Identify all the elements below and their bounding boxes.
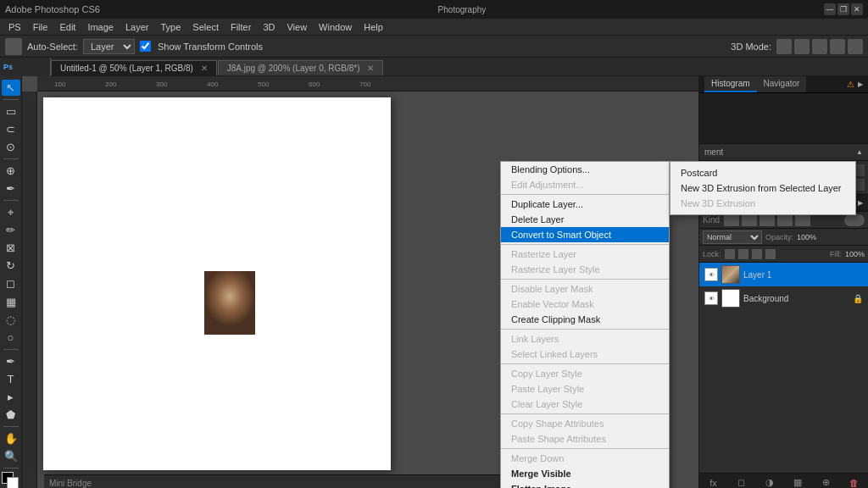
tool-separator-4 — [3, 349, 19, 350]
layer-image — [204, 271, 255, 335]
shape-tool[interactable]: ⬟ — [2, 407, 20, 423]
ctx-sep-6 — [501, 413, 669, 414]
menu-ps[interactable]: PS — [3, 20, 26, 34]
ctx-enable-vector: Enable Vector Mask — [501, 297, 669, 312]
menu-window[interactable]: Window — [314, 20, 357, 34]
ctx-rasterize-style: Rasterize Layer Style — [501, 262, 669, 277]
menu-type[interactable]: Type — [156, 20, 186, 34]
layer1-visibility-eye[interactable]: 👁 — [704, 268, 718, 281]
lasso-tool[interactable]: ⊂ — [2, 121, 20, 137]
3d-roll-btn[interactable] — [794, 39, 810, 54]
tab-histogram[interactable]: Histogram — [704, 76, 757, 92]
tab-j8a[interactable]: J8A.jpg @ 200% (Layer 0, RGB/8*) ✕ — [218, 60, 384, 75]
sub-postcard[interactable]: Postcard — [670, 165, 855, 180]
tab-j8a-close[interactable]: ✕ — [367, 64, 374, 73]
filter-icon-2[interactable] — [742, 214, 757, 226]
filter-icon-5[interactable] — [795, 214, 810, 226]
eyedropper-tool[interactable]: ✒ — [2, 180, 20, 197]
history-brush-tool[interactable]: ↻ — [2, 258, 20, 274]
ctx-convert-smart[interactable]: Convert to Smart Object — [501, 227, 669, 242]
layer-row-layer1[interactable]: 👁 Layer 1 — [699, 263, 868, 286]
brush-tool[interactable]: ✏ — [2, 222, 20, 238]
color-swatch[interactable] — [2, 472, 20, 488]
char-panel-arrow[interactable]: ▲ — [856, 148, 863, 156]
3d-pan-btn[interactable] — [812, 39, 827, 54]
menu-view[interactable]: View — [281, 20, 312, 34]
move-tool[interactable]: ↖ — [2, 80, 20, 96]
tabbar: Ps Untitled-1 @ 50% (Layer 1, RGB/8) ✕ J… — [0, 58, 868, 76]
blur-tool[interactable]: ◌ — [2, 312, 20, 328]
menu-select[interactable]: Select — [187, 20, 224, 34]
maximize-button[interactable]: ❐ — [837, 3, 849, 15]
lock-position-btn[interactable] — [752, 249, 762, 259]
layer-row-background[interactable]: 👁 Background 🔒 — [699, 286, 868, 310]
quickselect-tool[interactable]: ⊙ — [2, 139, 20, 155]
bg-visibility-eye[interactable]: 👁 — [704, 291, 718, 305]
new-group-btn[interactable]: ▦ — [791, 476, 804, 489]
tool-options-icon[interactable] — [5, 38, 22, 55]
minimize-button[interactable]: — — [824, 3, 836, 15]
sub-new3d: New 3D Extrusion — [670, 196, 855, 211]
blend-opacity-row: Normal Opacity: 100% — [699, 229, 868, 246]
delete-layer-btn[interactable]: 🗑 — [847, 476, 860, 489]
menu-file[interactable]: File — [28, 20, 53, 34]
new-adj-btn[interactable]: ◑ — [763, 476, 776, 489]
filter-toggle[interactable] — [844, 214, 865, 226]
ctx-copy-shape: Copy Shape Attributes — [501, 416, 669, 431]
new-layer-btn[interactable]: ⊕ — [819, 476, 832, 489]
filter-icon-3[interactable] — [760, 214, 775, 226]
blend-mode-select[interactable]: Normal — [703, 230, 762, 244]
ctx-merge-visible[interactable]: Merge Visible — [501, 466, 669, 481]
ctx-sep-7 — [501, 448, 669, 449]
eraser-tool[interactable]: ◻ — [2, 275, 20, 291]
menubar: PS File Edit Image Layer Type Select Fil… — [0, 19, 868, 36]
menu-image[interactable]: Image — [82, 20, 119, 34]
menu-3d[interactable]: 3D — [258, 20, 280, 34]
pen-tool[interactable]: ✒ — [2, 353, 20, 369]
ctx-sep-2 — [501, 244, 669, 245]
tab-untitled-close[interactable]: ✕ — [201, 64, 208, 73]
hand-tool[interactable]: ✋ — [2, 430, 20, 446]
add-fx-btn[interactable]: fx — [707, 476, 721, 489]
dodge-tool[interactable]: ○ — [2, 330, 20, 346]
zoom-tool[interactable]: 🔍 — [2, 448, 20, 464]
clone-tool[interactable]: ⊠ — [2, 240, 20, 256]
marquee-tool[interactable]: ▭ — [2, 103, 20, 119]
add-mask-btn[interactable]: ◻ — [735, 476, 748, 489]
tab-navigator[interactable]: Navigator — [757, 76, 807, 92]
ctx-flatten[interactable]: Flatten Image — [501, 481, 669, 488]
close-button[interactable]: ✕ — [851, 3, 863, 15]
spot-heal-tool[interactable]: ⌖ — [2, 204, 20, 220]
menu-help[interactable]: Help — [359, 20, 388, 34]
crop-tool[interactable]: ⊕ — [2, 163, 20, 179]
ctx-duplicate-layer[interactable]: Duplicate Layer... — [501, 197, 669, 212]
layers-collapse[interactable]: ▶ — [858, 199, 863, 207]
ps-icon: Ps — [3, 63, 13, 71]
ctx-clipping-mask[interactable]: Create Clipping Mask — [501, 312, 669, 327]
text-tool[interactable]: T — [2, 371, 20, 387]
path-select-tool[interactable]: ▸ — [2, 389, 20, 405]
sub-new3d-selected[interactable]: New 3D Extrusion from Selected Layer — [670, 180, 855, 196]
mini-bridge-bar[interactable]: Mini Bridge — [44, 474, 529, 488]
panel-collapse-arrow[interactable]: ▶ — [858, 80, 863, 88]
auto-select-dropdown[interactable]: Layer Group — [83, 39, 135, 54]
3d-rotate-btn[interactable] — [776, 39, 792, 54]
window-controls: — ❐ ✕ — [824, 3, 863, 15]
menu-filter[interactable]: Filter — [225, 20, 256, 34]
lock-transparent-btn[interactable] — [725, 249, 735, 259]
ctx-delete-layer[interactable]: Delete Layer — [501, 212, 669, 227]
tab-untitled-label: Untitled-1 @ 50% (Layer 1, RGB/8) — [60, 64, 193, 73]
menu-edit[interactable]: Edit — [54, 20, 81, 34]
show-transform-checkbox[interactable] — [140, 41, 151, 52]
tab-untitled[interactable]: Untitled-1 @ 50% (Layer 1, RGB/8) ✕ — [51, 60, 217, 75]
menu-layer[interactable]: Layer — [120, 20, 154, 34]
ctx-blending-options[interactable]: Blending Options... — [501, 162, 669, 177]
filter-icon-4[interactable] — [777, 214, 793, 226]
canvas-document — [43, 97, 391, 470]
filter-icon-1[interactable] — [724, 214, 739, 226]
3d-slide-btn[interactable] — [830, 39, 845, 54]
lock-all-btn[interactable] — [765, 249, 776, 259]
gradient-tool[interactable]: ▦ — [2, 293, 20, 309]
3d-scale-btn[interactable] — [848, 39, 863, 54]
lock-image-btn[interactable] — [738, 249, 748, 259]
